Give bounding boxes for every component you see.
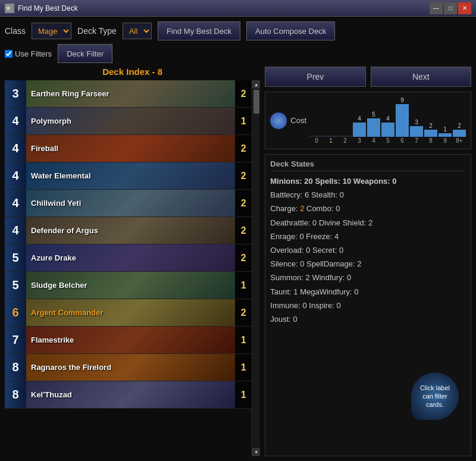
card-cost: 4 — [5, 217, 26, 244]
card-count: 1 — [235, 108, 252, 134]
card-count: 2 — [235, 135, 252, 162]
card-count: 1 — [235, 381, 252, 408]
deck-states-panel: Deck States Minions: 20 Spells: 10 Weapo… — [265, 154, 471, 456]
chart-bar-col: 96 — [396, 97, 409, 144]
chart-bar-col: 28+ — [453, 123, 466, 144]
chart-bar-col: 19 — [439, 126, 452, 144]
card-row[interactable]: 5Sludge Belcher1 — [5, 272, 252, 299]
spell-damage-label[interactable]: SpellDamage: — [306, 259, 357, 268]
card-row[interactable]: 4Water Elemental2 — [5, 162, 252, 190]
card-image-area: Kel'Thuzad — [26, 381, 235, 408]
deck-type-label: Deck Type — [77, 26, 117, 36]
auto-compose-button[interactable]: Auto Compose Deck — [246, 21, 335, 40]
class-select[interactable]: Mage — [32, 23, 71, 39]
bar-label: 1 — [329, 137, 333, 144]
chart-bars: 0124354459637281928+ — [310, 97, 466, 144]
find-best-deck-button[interactable]: Find My Best Deck — [158, 21, 240, 40]
card-image-area: Ragnaros the Firelord — [26, 354, 235, 381]
stat-row-deathrattle: Deathrattle: 0 Divine Shield: 2 — [270, 218, 466, 228]
deathrattle-val: 0 — [312, 218, 317, 227]
bar-value: 2 — [458, 123, 461, 129]
next-button[interactable]: Next — [371, 67, 471, 87]
card-cost: 4 — [5, 190, 26, 217]
stat-row-overload: Overload: 0 Secret: 0 — [270, 245, 466, 256]
combo-label[interactable]: Combo: — [306, 204, 336, 213]
card-cost: 5 — [5, 272, 26, 299]
immune-label[interactable]: Immune: — [270, 301, 302, 310]
freeze-label[interactable]: Freeze: — [306, 232, 334, 241]
inspire-label[interactable]: Inspire: — [309, 301, 336, 310]
card-row[interactable]: 4Polymorph1 — [5, 108, 252, 135]
chart-bar-col: 43 — [353, 115, 366, 144]
card-name: Water Elemental — [26, 171, 96, 180]
bar-label: 2 — [343, 137, 347, 144]
stat-row-taunt: Taunt: 1 MegaWindfury: 0 — [270, 287, 466, 297]
deck-filter-button[interactable]: Deck Filter — [58, 44, 112, 63]
overload-label[interactable]: Overload: — [270, 246, 306, 255]
bar-block — [439, 133, 452, 137]
scroll-thumb[interactable] — [253, 90, 259, 114]
bar-block — [339, 136, 352, 137]
bar-value: 9 — [400, 97, 404, 104]
minions-label[interactable]: Minions: — [270, 177, 304, 186]
joust-label[interactable]: Joust: — [270, 315, 293, 324]
mega-windfury-val: 0 — [354, 287, 358, 296]
card-row[interactable]: 8Ragnaros the Firelord1 — [5, 354, 252, 381]
bar-value: 4 — [386, 115, 390, 122]
mega-windfury-label[interactable]: MegaWindfury: — [300, 287, 354, 296]
bar-label: 0 — [315, 137, 318, 144]
card-row[interactable]: 4Defender of Argus2 — [5, 217, 252, 244]
weapons-val: 0 — [392, 177, 396, 186]
secret-val: 0 — [339, 246, 343, 255]
spells-label[interactable]: Spells: — [315, 177, 342, 186]
scroll-down-arrow[interactable]: ▼ — [252, 448, 261, 456]
divine-shield-label[interactable]: Divine Shield: — [319, 218, 368, 227]
card-row[interactable]: 3Earthen Ring Farseer2 — [5, 80, 252, 108]
card-cost: 8 — [5, 354, 26, 381]
summon-val: 2 — [306, 273, 310, 282]
use-filters-checkbox[interactable] — [5, 50, 12, 58]
scroll-up-arrow[interactable]: ▲ — [252, 80, 261, 89]
deck-type-select[interactable]: All — [123, 23, 152, 39]
title-bar: ★ Find My Best Deck — □ ✕ — [0, 0, 476, 17]
enrage-label[interactable]: Enrage: — [270, 232, 299, 241]
deathrattle-label[interactable]: Deathrattle: — [270, 218, 312, 227]
close-button[interactable]: ✕ — [458, 2, 471, 14]
bar-value: 5 — [372, 111, 375, 118]
taunt-label[interactable]: Taunt: — [270, 287, 293, 296]
divine-shield-val: 2 — [368, 218, 372, 227]
card-cost: 4 — [5, 162, 26, 189]
stealth-label[interactable]: Stealth: — [311, 190, 340, 199]
card-row[interactable]: 5Azure Drake2 — [5, 244, 252, 272]
silence-label[interactable]: Silence: — [270, 259, 300, 268]
card-image-area: Water Elemental — [26, 162, 235, 189]
deck-states-title: Deck States — [270, 159, 466, 171]
card-row[interactable]: 6Argent Commander2 — [5, 299, 252, 327]
bar-value: 2 — [429, 123, 433, 129]
window-controls: — □ ✕ — [430, 2, 471, 14]
bar-label: 7 — [415, 137, 418, 144]
card-row[interactable]: 4Chillwind Yeti2 — [5, 190, 252, 217]
bar-label: 6 — [400, 137, 404, 144]
stat-row-silence: Silence: 0 SpellDamage: 2 — [270, 259, 466, 269]
scroll-track[interactable] — [253, 90, 259, 447]
windfury-label[interactable]: Windfury: — [312, 273, 347, 282]
combo-val: 0 — [336, 204, 340, 213]
card-row[interactable]: 7Flamestrike1 — [5, 327, 252, 354]
silence-val: 0 — [300, 259, 304, 268]
second-row: Use Filters Deck Filter — [5, 44, 471, 63]
minimize-button[interactable]: — — [430, 2, 443, 14]
maximize-button[interactable]: □ — [444, 2, 457, 14]
card-count: 2 — [235, 217, 252, 244]
charge-label[interactable]: Charge: — [270, 204, 300, 213]
battlecry-label[interactable]: Battlecry: — [270, 190, 305, 199]
stat-row-charge: Charge: 2 Combo: 0 — [270, 203, 466, 214]
summon-label[interactable]: Summon: — [270, 273, 305, 282]
card-row[interactable]: 4Fireball2 — [5, 135, 252, 162]
scrollbar[interactable]: ▲ ▼ — [252, 80, 260, 456]
prev-button[interactable]: Prev — [265, 67, 365, 87]
secret-label[interactable]: Secret: — [312, 246, 339, 255]
weapons-label[interactable]: Weapons: — [353, 177, 393, 186]
card-row[interactable]: 8Kel'Thuzad1 — [5, 381, 252, 409]
use-filters-label[interactable]: Use Filters — [5, 49, 52, 58]
